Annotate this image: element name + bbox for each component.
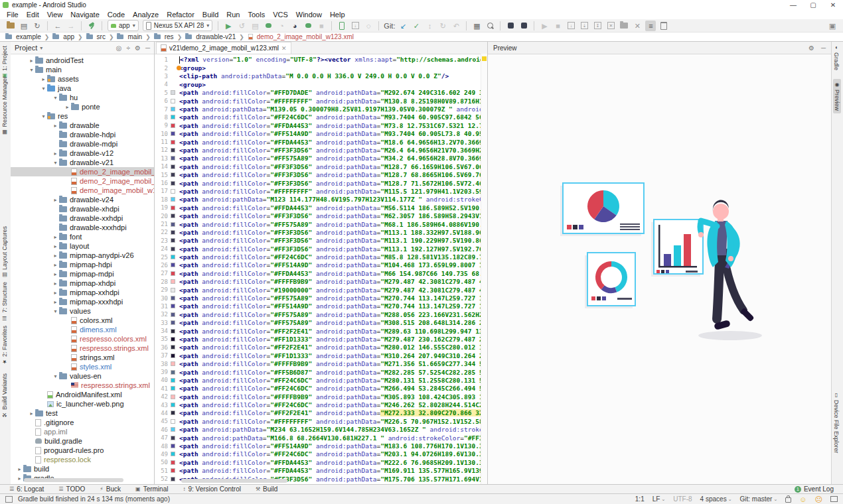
color-swatch[interactable] bbox=[171, 222, 175, 227]
code-line[interactable]: 41<path android:fillColor="#FF24C6DC" an… bbox=[155, 385, 487, 393]
code-line[interactable]: 51<path android:fillColor="#FFDA4453" an… bbox=[155, 467, 487, 475]
color-swatch[interactable] bbox=[171, 329, 175, 334]
menu-view[interactable]: View bbox=[43, 11, 67, 19]
vcs-update-icon[interactable]: ↙ bbox=[398, 21, 408, 31]
code-line[interactable]: 19<path android:fillColor="#FFDA4453" an… bbox=[155, 204, 487, 212]
color-swatch[interactable] bbox=[171, 181, 175, 186]
breadcrumb-main[interactable]: main bbox=[117, 33, 142, 40]
code-line[interactable]: 48<path android:fillColor="#FF514A9D" an… bbox=[155, 442, 487, 450]
tree-collapsed-icon[interactable]: ▸ bbox=[28, 410, 35, 416]
lock-icon[interactable] bbox=[785, 497, 791, 503]
tree-item-drawable-v24[interactable]: ▸drawable-v24 bbox=[11, 195, 154, 204]
color-swatch[interactable] bbox=[171, 304, 175, 308]
color-swatch[interactable] bbox=[171, 279, 175, 284]
device-combo[interactable]: Nexus 5X API 28▾ bbox=[143, 20, 213, 31]
tree-collapsed-icon[interactable]: ▸ bbox=[52, 290, 59, 296]
color-swatch[interactable] bbox=[171, 296, 175, 300]
locate-icon[interactable]: ◎ bbox=[116, 44, 122, 52]
code-line[interactable]: 7<path android:pathData="M139.05 0.30007… bbox=[155, 105, 487, 113]
tree-collapsed-icon[interactable]: ▸ bbox=[52, 271, 59, 277]
project-structure-icon[interactable]: ▦ bbox=[471, 21, 482, 31]
tree-collapsed-icon[interactable]: ▸ bbox=[52, 281, 59, 286]
color-swatch[interactable] bbox=[171, 410, 175, 415]
attach4-icon[interactable]: ✕ bbox=[605, 21, 616, 31]
attach3-icon[interactable]: ↧ bbox=[592, 21, 603, 31]
code-line[interactable]: 4<group> bbox=[155, 80, 487, 88]
vcs-history-icon[interactable]: ↻ bbox=[437, 21, 448, 31]
apply-code-changes-icon[interactable]: ▤ bbox=[250, 21, 260, 31]
apply-changes-icon[interactable]: ↺ bbox=[236, 21, 247, 31]
build-hammer-icon[interactable] bbox=[86, 21, 97, 31]
tree-item-drawable-xxhdpi[interactable]: drawable-xxhdpi bbox=[11, 214, 154, 223]
vcs-push-icon[interactable]: ↕ bbox=[424, 21, 435, 31]
attach2-icon[interactable]: ⇣ bbox=[579, 21, 589, 31]
breadcrumb-drawable-v21[interactable]: drawable-v21 bbox=[185, 33, 236, 40]
color-swatch[interactable] bbox=[171, 436, 175, 440]
toolbar-right-icon[interactable]: ▣ bbox=[827, 21, 838, 31]
color-swatch[interactable] bbox=[171, 206, 175, 210]
trash-icon[interactable] bbox=[658, 21, 669, 31]
toolwindow-build[interactable]: ⚒Build bbox=[256, 485, 277, 493]
code-line[interactable]: 32<path android:fillColor="#FF575A89" an… bbox=[155, 310, 487, 318]
tab-close-icon[interactable]: ✕ bbox=[281, 45, 287, 52]
code-line[interactable]: 29<path android:fillColor="#19000000" an… bbox=[155, 286, 487, 294]
tree-item-layout[interactable]: ▸layout bbox=[11, 241, 154, 251]
code-line[interactable]: 43<path android:fillColor="#FF24C6DC" an… bbox=[155, 401, 487, 409]
problems-icon[interactable]: ◌ bbox=[363, 21, 374, 31]
code-line[interactable]: 42<path android:fillColor="#FFFFB9B9" an… bbox=[155, 393, 487, 401]
sync-icon[interactable]: ↻ bbox=[32, 21, 42, 31]
tree-collapsed-icon[interactable]: ▸ bbox=[52, 234, 59, 240]
color-swatch[interactable] bbox=[171, 90, 175, 95]
tree-collapsed-icon[interactable]: ▸ bbox=[52, 243, 59, 249]
run-icon[interactable]: ▶ bbox=[223, 21, 234, 31]
code-line[interactable]: 16<path android:fillColor="#FF3F3D56" an… bbox=[155, 179, 487, 187]
color-swatch[interactable] bbox=[171, 140, 175, 145]
vcs-commit-icon[interactable]: ✓ bbox=[411, 21, 422, 31]
stop-icon[interactable]: ■ bbox=[316, 21, 327, 31]
color-swatch[interactable] bbox=[171, 247, 175, 251]
color-swatch[interactable] bbox=[171, 353, 175, 358]
color-swatch[interactable] bbox=[171, 172, 175, 177]
color-swatch[interactable] bbox=[171, 271, 175, 276]
tree-collapsed-icon[interactable]: ▸ bbox=[16, 475, 23, 481]
tree-item-drawable-mdpi[interactable]: drawable-mdpi bbox=[11, 139, 154, 149]
tree-collapsed-icon[interactable]: ▸ bbox=[28, 58, 35, 64]
tree-collapsed-icon[interactable]: ▸ bbox=[40, 76, 47, 82]
tree-collapsed-icon[interactable]: ▸ bbox=[52, 151, 59, 157]
code-line[interactable]: 35<path android:fillColor="#FF1D1333" an… bbox=[155, 335, 487, 343]
tree-item-proguard-rules-pro[interactable]: proguard-rules.pro bbox=[11, 446, 154, 455]
toolwindow-9-version-control[interactable]: ↕9: Version Control bbox=[183, 485, 241, 493]
tree-item-drawable-v12[interactable]: ▸drawable-v12 bbox=[11, 149, 154, 158]
color-swatch[interactable] bbox=[171, 419, 175, 424]
color-swatch[interactable] bbox=[171, 460, 175, 465]
tree-item-mipmap-xxxhdpi[interactable]: ▸mipmap-xxxhdpi bbox=[11, 297, 154, 306]
tool-strip-7-structure[interactable]: ☰7: Structure bbox=[1, 282, 8, 321]
tree-item-styles-xml[interactable]: styles.xml bbox=[11, 362, 154, 371]
menu-build[interactable]: Build bbox=[198, 11, 222, 19]
code-line[interactable]: 10<path android:fillColor="#FF514A9D" an… bbox=[155, 130, 487, 138]
color-swatch[interactable] bbox=[171, 378, 175, 383]
tree-item-strings-xml[interactable]: strings.xml bbox=[11, 353, 154, 362]
tree-item-assets[interactable]: ▸assets bbox=[11, 74, 154, 84]
editor-horizontal-scrollbar[interactable] bbox=[181, 479, 287, 483]
tree-expanded-icon[interactable]: ▾ bbox=[40, 113, 47, 119]
code-line[interactable]: 45<path android:fillColor="#FFFFFFFF" an… bbox=[155, 417, 487, 425]
capture-folder-icon[interactable] bbox=[619, 21, 629, 31]
stop-gray-icon[interactable]: ■ bbox=[552, 21, 563, 31]
tree-item-drawable-v21[interactable]: ▾drawable-v21 bbox=[11, 158, 154, 167]
toolwindow-terminal[interactable]: ▣Terminal bbox=[135, 485, 168, 493]
code-line[interactable]: 23<path android:fillColor="#FF3F3D56" an… bbox=[155, 237, 487, 245]
code-line[interactable]: 28<path android:fillColor="#FFFFB9B9" an… bbox=[155, 278, 487, 286]
tree-item-respresso-colors-xml[interactable]: respresso.colors.xml bbox=[11, 334, 154, 344]
code-line[interactable]: 21<path android:fillColor="#FF575A89" an… bbox=[155, 220, 487, 228]
tool-strip-layout-captures[interactable]: ▤Layout Captures bbox=[1, 226, 8, 278]
tool-strip-build-variants[interactable]: ⚒Build Variants bbox=[1, 373, 8, 418]
tree-item-mipmap-xhdpi[interactable]: ▸mipmap-xhdpi bbox=[11, 279, 154, 288]
menu-refactor[interactable]: Refactor bbox=[163, 11, 198, 19]
code-line[interactable]: 34<path android:fillColor="#FF2F2E41" an… bbox=[155, 327, 487, 335]
color-swatch[interactable] bbox=[171, 468, 175, 473]
code-line[interactable]: 2<group> bbox=[155, 64, 487, 72]
tree-item-respresso-strings-xml[interactable]: respresso.strings.xml bbox=[11, 344, 154, 353]
tree-item-hu[interactable]: ▾hu bbox=[11, 93, 154, 102]
code-line[interactable]: 3<clip-path android:pathData="M 0.0 0.0 … bbox=[155, 72, 487, 80]
